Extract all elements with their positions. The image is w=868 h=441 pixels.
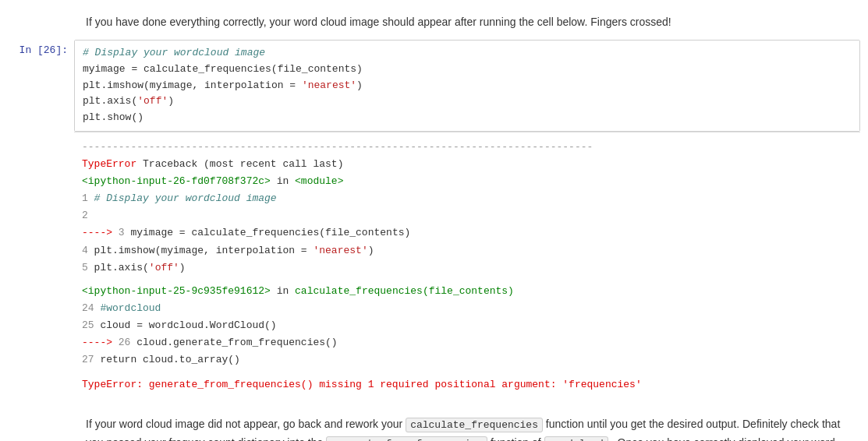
traceback-line-5: 5 plt.axis('off')	[82, 259, 852, 277]
traceback2-line-1: 24 #wordcloud	[82, 300, 852, 317]
code-line-2: myimage = calculate_frequencies(file_con…	[83, 62, 852, 78]
error-input2-line: <ipython-input-25-9c935fe91612> in calcu…	[82, 283, 852, 300]
cell-content[interactable]: # Display your wordcloud image myimage =…	[74, 40, 860, 132]
traceback-line-4: 4 plt.imshow(myimage, interpolation = 'n…	[82, 242, 852, 259]
error-output: ----------------------------------------…	[74, 132, 860, 400]
code-ref-3: wordcloud	[544, 436, 608, 441]
traceback2-line-3: ----> 26 cloud.generate_from_frequencies…	[82, 334, 852, 351]
code-line-4: plt.axis('off')	[83, 93, 852, 110]
code-line-5: plt.show()	[83, 110, 852, 126]
traceback2-line-4: 27 return cloud.to_array()	[82, 351, 852, 369]
code-block: # Display your wordcloud image myimage =…	[75, 41, 859, 131]
error-message: TypeError: generate_from_frequencies() m…	[82, 376, 852, 393]
cell-label: In [26]:	[0, 40, 74, 56]
error-separator: ----------------------------------------…	[82, 139, 852, 156]
code-line-3: plt.imshow(myimage, interpolation = 'nea…	[83, 78, 852, 94]
traceback-line-3: ----> 3 myimage = calculate_frequencies(…	[82, 224, 852, 242]
traceback-line-1: 1 # Display your wordcloud image	[82, 190, 852, 207]
error-type-line: TypeError Traceback (most recent call la…	[82, 156, 852, 173]
code-ref-2: generate_from_frequencies	[326, 436, 487, 441]
notebook-container: If you have done everything correctly, y…	[0, 8, 868, 441]
outro-text: If your word cloud image did not appear,…	[0, 400, 868, 441]
intro-text: If you have done everything correctly, y…	[0, 8, 868, 40]
code-cell: In [26]: # Display your wordcloud image …	[0, 40, 868, 132]
traceback2-line-2: 25 cloud = wordcloud.WordCloud()	[82, 317, 852, 334]
traceback-line-2: 2	[82, 207, 852, 224]
code-ref-1: calculate_frequencies	[406, 418, 543, 432]
error-input1-line: <ipython-input-26-fd0f708f372c> in <modu…	[82, 173, 852, 190]
code-line-1: # Display your wordcloud image	[83, 45, 852, 62]
